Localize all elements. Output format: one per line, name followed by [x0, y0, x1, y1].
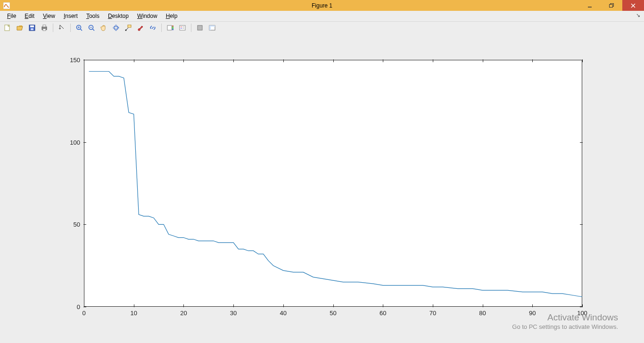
y-tick-label: 150 — [70, 57, 80, 64]
brush-button[interactable] — [135, 22, 146, 33]
menu-bar: File Edit View Insert Tools Desktop Wind… — [0, 11, 644, 22]
x-tick-label: 0 — [82, 310, 85, 317]
toolbar-separator — [161, 24, 162, 32]
toolbar-separator — [191, 24, 191, 32]
svg-rect-0 — [3, 2, 10, 9]
x-tick-label: 70 — [429, 310, 436, 317]
close-button[interactable] — [622, 0, 644, 11]
y-tick-label: 100 — [70, 139, 80, 146]
rotate-3d-button[interactable] — [110, 22, 122, 33]
insert-colorbar-button[interactable] — [165, 22, 176, 33]
dock-chevron-icon[interactable]: ↘ — [636, 12, 640, 18]
menu-edit[interactable]: Edit — [20, 12, 39, 20]
svg-rect-20 — [128, 25, 131, 27]
x-tick-label: 100 — [577, 310, 587, 317]
insert-legend-button[interactable] — [177, 22, 188, 33]
windows-activation-watermark: Activate Windows Go to PC settings to ac… — [512, 312, 618, 331]
svg-rect-24 — [180, 25, 185, 30]
svg-line-12 — [80, 29, 82, 31]
figure-toolbar — [0, 22, 644, 34]
svg-rect-6 — [30, 25, 34, 27]
svg-rect-3 — [609, 4, 612, 7]
line-series — [84, 60, 582, 307]
x-tick-label: 10 — [130, 310, 137, 317]
x-tick-label: 50 — [330, 310, 336, 317]
menu-desktop[interactable]: Desktop — [104, 12, 133, 20]
open-button[interactable] — [14, 22, 25, 33]
svg-point-21 — [125, 30, 127, 31]
svg-rect-7 — [31, 28, 33, 30]
print-button[interactable] — [39, 22, 50, 33]
svg-rect-10 — [43, 29, 46, 31]
menu-view[interactable]: View — [39, 12, 59, 20]
matlab-figure-icon — [3, 2, 10, 9]
menu-insert[interactable]: Insert — [59, 12, 82, 20]
y-tick-label: 0 — [77, 303, 80, 310]
y-tick-label: 50 — [74, 221, 80, 228]
svg-rect-32 — [209, 25, 215, 27]
toolbar-separator — [53, 24, 53, 32]
pan-button[interactable] — [98, 22, 109, 33]
figure-canvas: 0501001500102030405060708090100 Activate… — [0, 33, 644, 343]
window-controls — [579, 0, 644, 11]
x-tick-label: 40 — [280, 310, 287, 317]
svg-line-16 — [92, 29, 94, 31]
watermark-line2: Go to PC settings to activate Windows. — [512, 323, 618, 331]
svg-rect-29 — [198, 25, 202, 30]
window-title: Figure 1 — [0, 2, 644, 9]
save-button[interactable] — [26, 22, 38, 33]
new-figure-button[interactable] — [2, 22, 13, 33]
menu-help[interactable]: Help — [162, 12, 182, 20]
svg-rect-23 — [172, 25, 173, 30]
maximize-restore-button[interactable] — [601, 0, 622, 11]
menu-file-label-rest: ile — [10, 13, 16, 19]
menu-tools[interactable]: Tools — [82, 12, 104, 20]
title-bar: Figure 1 — [0, 0, 644, 11]
svg-point-19 — [115, 25, 117, 31]
zoom-out-button[interactable] — [86, 22, 97, 33]
toolbar-separator — [70, 24, 71, 32]
x-tick-label: 60 — [380, 310, 386, 317]
watermark-line1: Activate Windows — [512, 312, 618, 323]
hide-plot-tools-button[interactable] — [194, 22, 206, 33]
zoom-in-button[interactable] — [74, 22, 85, 33]
x-tick-label: 20 — [180, 310, 187, 317]
svg-rect-9 — [43, 25, 46, 27]
x-tick-label: 80 — [479, 310, 486, 317]
axes[interactable]: 0501001500102030405060708090100 — [84, 60, 582, 307]
link-plots-button[interactable] — [147, 22, 158, 33]
svg-rect-22 — [167, 25, 172, 30]
menu-window[interactable]: Window — [133, 12, 162, 20]
show-plot-tools-button[interactable] — [206, 22, 218, 33]
minimize-button[interactable] — [579, 0, 601, 11]
x-tick-label: 30 — [230, 310, 237, 317]
edit-plot-button[interactable] — [56, 22, 67, 33]
menu-file[interactable]: File — [3, 12, 20, 20]
data-cursor-button[interactable] — [123, 22, 134, 33]
x-tick-label: 90 — [529, 310, 536, 317]
